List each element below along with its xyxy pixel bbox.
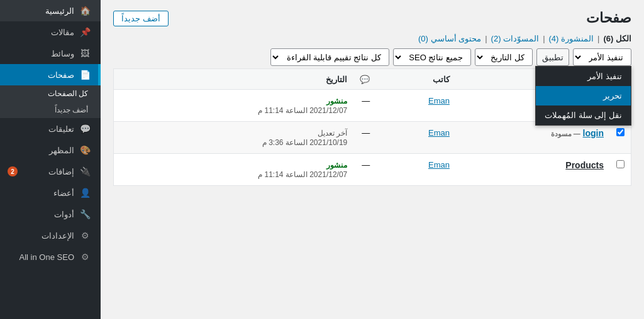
appearance-icon: 🎨	[79, 144, 91, 156]
sidebar-item-tools[interactable]: 🔧 أدوات	[0, 203, 101, 225]
row3-comments-cell: —	[353, 154, 376, 186]
sidebar-item-settings[interactable]: ⚙ الإعدادات	[0, 225, 101, 246]
dropdown-item-edit[interactable]: تحرير	[536, 86, 631, 105]
row1-status: منشور	[326, 97, 347, 105]
tools-icon: 🔧	[79, 208, 91, 220]
table-row: Products Eman — منشور 2021/12/07 الساعة …	[114, 154, 631, 186]
sidebar-label-users: أعضاء	[8, 188, 74, 198]
row2-title-link[interactable]: login	[583, 128, 604, 138]
row1-date-cell: منشور 2021/12/07 الساعة 11:14 م	[114, 90, 354, 122]
row3-date: 2021/12/07 الساعة 11:14 م	[258, 170, 347, 179]
sidebar-label-home: الرئيسية	[8, 6, 74, 16]
sidebar-label-comments: تعليقات	[8, 124, 74, 134]
dates-select[interactable]: كل التاريخ	[475, 48, 533, 66]
filter-all[interactable]: الكل (6)	[603, 34, 631, 43]
bulk-action-select[interactable]: تنفيذ الأمر	[573, 48, 631, 66]
apply-button[interactable]: تطبيق	[536, 48, 569, 66]
sidebar-item-appearance[interactable]: 🎨 المظهر	[0, 139, 101, 161]
row3-checkbox[interactable]	[616, 160, 625, 168]
main-content: صفحات أضف جديداً الكل (6) | المنشورة (4)…	[101, 0, 644, 319]
plugins-badge: 2	[8, 166, 18, 176]
col-author: كاتب	[376, 69, 456, 90]
seo-select[interactable]: جميع نتائج SEO	[393, 48, 471, 66]
bulk-action-dropdown: تنفيذ الأمر تحرير نقل إلى سلة المُهملات	[535, 66, 631, 126]
row2-title-suffix: — مسودة	[551, 130, 580, 138]
comments-icon: 💬	[79, 123, 91, 134]
row2-author[interactable]: Eman	[428, 128, 450, 138]
row2-checkbox[interactable]	[616, 128, 625, 136]
users-icon: 👤	[79, 187, 91, 198]
row2-date-label: آخر تعديل	[318, 129, 347, 138]
sidebar-label-media: وسائط	[8, 49, 74, 58]
row2-date: 2021/10/19 الساعة 3:36 م	[262, 138, 347, 147]
row1-comments-cell: —	[353, 90, 376, 122]
pages-submenu: كل الصفحات أضف جديداً	[0, 85, 101, 118]
sidebar-label-appearance: المظهر	[8, 146, 74, 155]
col-date: التاريخ	[114, 69, 354, 90]
row2-checkbox-cell	[610, 122, 631, 154]
add-new-button[interactable]: أضف جديداً	[113, 11, 169, 26]
sidebar-item-media[interactable]: 🖼 وسائط	[0, 43, 101, 64]
row2-comments-cell: —	[353, 122, 376, 154]
page-header: صفحات أضف جديداً	[113, 10, 631, 26]
row3-author-cell: Eman	[376, 154, 456, 186]
row2-title-cell: login — مسودة	[456, 122, 610, 154]
row3-status: منشور	[326, 161, 347, 170]
allinone-icon: ⚙	[79, 251, 91, 262]
filter-basic-content[interactable]: محتوى أساسي (0)	[418, 34, 481, 43]
readability-select[interactable]: كل نتائج تقييم قابلية القراءة	[270, 48, 389, 66]
dropdown-item-execute[interactable]: تنفيذ الأمر	[536, 67, 631, 86]
page-title: صفحات	[586, 10, 631, 26]
filter-draft[interactable]: المسوّدات (2)	[491, 34, 540, 43]
row3-author[interactable]: Eman	[428, 160, 450, 170]
home-icon: 🏠	[79, 5, 91, 16]
media-icon: 🖼	[79, 48, 91, 59]
sidebar-item-articles[interactable]: 📌 مقالات	[0, 21, 101, 43]
col-comments: 💬	[353, 69, 376, 90]
dropdown-item-trash[interactable]: نقل إلى سلة المُهملات	[536, 105, 631, 125]
plugins-icon: 🔌	[79, 166, 91, 177]
row3-title: Products	[565, 160, 604, 170]
row2-date-cell: آخر تعديل 2021/10/19 الساعة 3:36 م	[114, 122, 354, 154]
row2-author-cell: Eman	[376, 122, 456, 154]
sidebar: 🏠 الرئيسية 📌 مقالات 🖼 وسائط 📄 صفحات كل ا…	[0, 0, 101, 319]
sidebar-item-comments[interactable]: 💬 تعليقات	[0, 118, 101, 139]
table-row: login — مسودة Eman — آخر تعديل 2021/10/1…	[114, 122, 631, 154]
sidebar-label-allinone: All in One SEO	[8, 252, 74, 262]
pages-icon: 📄	[79, 69, 91, 80]
row3-title-cell: Products	[456, 154, 610, 186]
settings-icon: ⚙	[79, 230, 91, 241]
toolbar: تنفيذ الأمر تطبيق كل التاريخ جميع نتائج …	[113, 48, 631, 66]
sidebar-item-pages[interactable]: 📄 صفحات	[0, 64, 101, 85]
filter-bar: الكل (6) | المنشورة (4) | المسوّدات (2) …	[113, 34, 631, 43]
sidebar-label-articles: مقالات	[8, 28, 74, 37]
sidebar-label-settings: الإعدادات	[8, 231, 74, 241]
row3-title-link[interactable]: Products	[565, 160, 604, 170]
row1-author[interactable]: Eman	[428, 96, 450, 105]
row3-checkbox-cell	[610, 154, 631, 186]
sidebar-label-plugins: إضافات	[23, 167, 74, 176]
submenu-all-pages[interactable]: كل الصفحات	[0, 85, 101, 102]
row1-date: 2021/12/07 الساعة 11:14 م	[258, 106, 347, 115]
sidebar-label-pages: صفحات	[8, 70, 74, 80]
sidebar-item-users[interactable]: 👤 أعضاء	[0, 182, 101, 203]
row1-author-cell: Eman	[376, 90, 456, 122]
row3-date-cell: منشور 2021/12/07 الساعة 11:14 م	[114, 154, 354, 186]
filter-published[interactable]: المنشورة (4)	[549, 34, 594, 43]
submenu-add-new[interactable]: أضف جديداً	[0, 102, 101, 118]
sidebar-item-plugins[interactable]: 🔌 إضافات 2	[0, 161, 101, 182]
sidebar-label-tools: أدوات	[8, 210, 74, 219]
sidebar-item-home[interactable]: 🏠 الرئيسية	[0, 0, 101, 21]
sidebar-item-allinone[interactable]: ⚙ All in One SEO	[0, 246, 101, 268]
articles-icon: 📌	[79, 26, 91, 38]
row2-title: login — مسودة	[551, 128, 604, 138]
